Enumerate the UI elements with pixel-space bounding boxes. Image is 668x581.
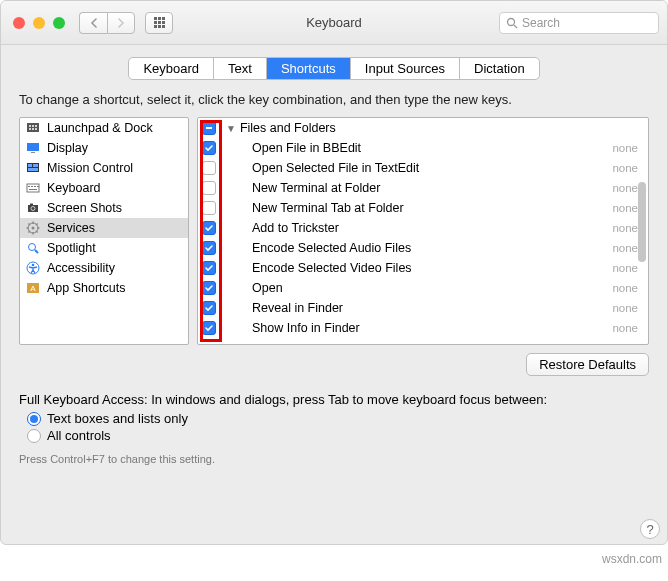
service-label: Encode Selected Audio Files (252, 241, 612, 255)
service-label: New Terminal Tab at Folder (252, 201, 612, 215)
svg-point-34 (29, 244, 36, 251)
checkbox[interactable] (202, 161, 216, 175)
category-label: Services (47, 221, 95, 235)
svg-rect-9 (27, 143, 39, 151)
checkbox[interactable] (202, 261, 216, 275)
checkbox[interactable] (202, 241, 216, 255)
service-label: Show Info in Finder (252, 321, 612, 335)
category-label: Keyboard (47, 181, 101, 195)
service-shortcut: none (612, 322, 638, 334)
close-button[interactable] (13, 17, 25, 29)
category-keyboard[interactable]: Keyboard (20, 178, 188, 198)
apps-icon: A (26, 281, 40, 295)
back-button[interactable] (79, 12, 107, 34)
fka-option-0[interactable]: Text boxes and lists only (27, 411, 649, 426)
help-button[interactable]: ? (640, 519, 660, 539)
category-accessibility[interactable]: Accessibility (20, 258, 188, 278)
titlebar: Keyboard Search (1, 1, 667, 45)
services-list[interactable]: ▼Files and FoldersOpen File in BBEditnon… (197, 117, 649, 345)
checkbox[interactable] (202, 141, 216, 155)
svg-point-0 (508, 18, 515, 25)
service-label: Reveal in Finder (252, 301, 612, 315)
full-keyboard-access-label: Full Keyboard Access: In windows and dia… (19, 392, 649, 407)
display-icon (26, 141, 40, 155)
service-group-header[interactable]: ▼Files and Folders (198, 118, 648, 138)
category-app-shortcuts[interactable]: AApp Shortcuts (20, 278, 188, 298)
service-row[interactable]: New Terminal at Foldernone (198, 178, 648, 198)
tab-shortcuts[interactable]: Shortcuts (267, 58, 351, 79)
checkbox[interactable] (202, 121, 216, 135)
search-field[interactable]: Search (499, 12, 659, 34)
checkbox[interactable] (202, 201, 216, 215)
category-label: App Shortcuts (47, 281, 126, 295)
radio-button[interactable] (27, 412, 41, 426)
minimize-button[interactable] (33, 17, 45, 29)
svg-point-6 (29, 128, 31, 130)
service-row[interactable]: Open File in BBEditnone (198, 138, 648, 158)
service-row[interactable]: Open Selected File in TextEditnone (198, 158, 648, 178)
service-row[interactable]: Opennone (198, 278, 648, 298)
service-shortcut: none (612, 202, 638, 214)
grid-icon (154, 17, 165, 28)
launchpad-icon (26, 121, 40, 135)
window-controls (13, 17, 65, 29)
service-row[interactable]: Encode Selected Audio Filesnone (198, 238, 648, 258)
svg-point-4 (32, 125, 34, 127)
checkbox[interactable] (202, 321, 216, 335)
svg-rect-23 (30, 204, 33, 206)
svg-point-25 (32, 227, 35, 230)
restore-defaults-button[interactable]: Restore Defaults (526, 353, 649, 376)
category-label: Screen Shots (47, 201, 122, 215)
category-list[interactable]: Launchpad & DockDisplayMission ControlKe… (19, 117, 189, 345)
screenshots-icon (26, 201, 40, 215)
svg-rect-13 (33, 164, 38, 167)
category-display[interactable]: Display (20, 138, 188, 158)
zoom-button[interactable] (53, 17, 65, 29)
category-spotlight[interactable]: Spotlight (20, 238, 188, 258)
service-row[interactable]: New Terminal Tab at Foldernone (198, 198, 648, 218)
svg-text:A: A (30, 284, 36, 293)
tab-keyboard[interactable]: Keyboard (129, 58, 214, 79)
svg-line-1 (514, 25, 517, 28)
search-placeholder: Search (522, 16, 560, 30)
checkbox[interactable] (202, 281, 216, 295)
service-row[interactable]: Reveal in Findernone (198, 298, 648, 318)
category-launchpad-dock[interactable]: Launchpad & Dock (20, 118, 188, 138)
tab-text[interactable]: Text (214, 58, 267, 79)
svg-rect-28 (37, 227, 40, 228)
category-services[interactable]: Services (20, 218, 188, 238)
tab-input-sources[interactable]: Input Sources (351, 58, 460, 79)
service-row[interactable]: Show Info in Findernone (198, 318, 648, 338)
checkbox[interactable] (202, 301, 216, 315)
tab-dictation[interactable]: Dictation (460, 58, 539, 79)
svg-point-8 (35, 128, 37, 130)
svg-rect-10 (31, 152, 35, 153)
svg-rect-16 (28, 186, 30, 187)
service-shortcut: none (612, 162, 638, 174)
category-label: Accessibility (47, 261, 115, 275)
service-shortcut: none (612, 302, 638, 314)
service-label: New Terminal at Folder (252, 181, 612, 195)
svg-point-5 (35, 125, 37, 127)
fka-hint: Press Control+F7 to change this setting. (19, 453, 649, 465)
svg-rect-19 (37, 186, 39, 187)
checkbox[interactable] (202, 181, 216, 195)
scrollbar-thumb[interactable] (638, 182, 646, 262)
service-row[interactable]: Encode Selected Video Filesnone (198, 258, 648, 278)
service-shortcut: none (612, 262, 638, 274)
svg-rect-18 (34, 186, 36, 187)
svg-point-37 (32, 264, 35, 267)
fka-option-1[interactable]: All controls (27, 428, 649, 443)
category-screen-shots[interactable]: Screen Shots (20, 198, 188, 218)
category-mission-control[interactable]: Mission Control (20, 158, 188, 178)
service-shortcut: none (612, 222, 638, 234)
service-row[interactable]: Add to Tricksternone (198, 218, 648, 238)
category-label: Display (47, 141, 88, 155)
service-shortcut: none (612, 182, 638, 194)
show-all-button[interactable] (145, 12, 173, 34)
checkbox[interactable] (202, 221, 216, 235)
radio-button[interactable] (27, 429, 41, 443)
forward-button[interactable] (107, 12, 135, 34)
keyboard-icon (26, 181, 40, 195)
svg-rect-15 (27, 184, 39, 192)
